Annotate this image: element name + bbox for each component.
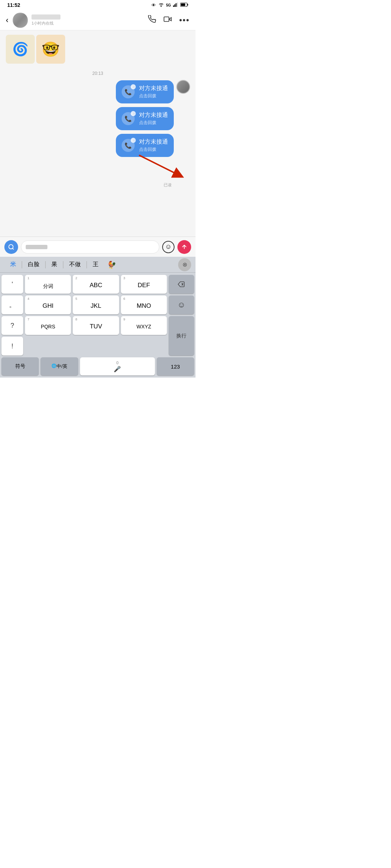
keyboard-grid: 1 分词 2 ABC 3 DEF 4 GHI 5: [25, 275, 167, 356]
contact-name: [31, 14, 60, 20]
svg-rect-3: [177, 3, 178, 7]
key-delete[interactable]: [169, 275, 194, 294]
status-time: 11:52: [7, 2, 20, 8]
sticker-1: 🌀: [6, 35, 35, 64]
svg-point-11: [9, 244, 13, 249]
svg-rect-0: [173, 5, 174, 7]
phone-call-icon[interactable]: [148, 15, 156, 25]
battery-icon: [180, 2, 188, 8]
header-actions: •••: [148, 15, 190, 25]
ime-suggestion-1[interactable]: 白脸: [22, 257, 45, 272]
key-question[interactable]: ?: [1, 316, 23, 335]
missed-call-bubble-1[interactable]: 📞 ✕ 对方未接通 点击回拨: [116, 80, 174, 103]
video-call-icon[interactable]: [163, 15, 172, 25]
ime-suggestion-0[interactable]: 米: [4, 257, 22, 272]
sticker-2: 🤓: [36, 35, 65, 64]
key-exclaim[interactable]: !: [1, 337, 23, 356]
sender-avatar-1: [177, 80, 190, 93]
ime-suggestion-emoji[interactable]: 🐓: [104, 260, 119, 269]
message-timestamp: 20:13: [6, 71, 190, 76]
status-icons: 👁 5G: [151, 2, 188, 8]
message-input[interactable]: [21, 241, 159, 254]
svg-line-10: [139, 155, 179, 175]
key-apostrophe[interactable]: ': [1, 275, 23, 294]
call-icon-2: 📞 ✕: [122, 112, 135, 125]
key-space[interactable]: 0 🎤: [80, 357, 155, 375]
key-emoji[interactable]: ☺: [169, 295, 194, 314]
key-mno[interactable]: 6 MNO: [121, 295, 167, 314]
ime-suggestion-bar: 米 白脸 果 不做 王 🐓 ⊗: [0, 257, 196, 273]
back-button[interactable]: ‹: [6, 16, 8, 25]
ime-suggestion-2[interactable]: 果: [46, 257, 63, 272]
key-def[interactable]: 3 DEF: [121, 275, 167, 294]
keyboard-left-col: ' 。 ? !: [1, 275, 23, 356]
contact-status: 1小时内在线: [31, 21, 60, 26]
key-lang-switch[interactable]: 🌐 中/英: [41, 357, 78, 375]
message-row-2: 📞 ✕ 对方未接通 点击回拨: [6, 107, 190, 130]
chat-header: ‹ 1小时内在线 •••: [0, 10, 196, 30]
emoji-button[interactable]: ☺: [162, 241, 175, 253]
key-enter[interactable]: 换行: [169, 316, 194, 356]
call-icon-1: 📞 ✕: [122, 85, 135, 98]
input-area: ☺: [0, 237, 196, 257]
key-period[interactable]: 。: [1, 295, 23, 314]
svg-line-12: [12, 248, 13, 249]
call-icon-3: 📞 ✕: [122, 139, 135, 152]
key-pqrs[interactable]: 7 PQRS: [25, 316, 71, 335]
more-options-icon[interactable]: •••: [179, 16, 190, 25]
chat-area: 🌀 🤓 20:13 📞 ✕ 对方未接通 点击回拨 📞 ✕ 对方未接通: [0, 30, 196, 237]
key-tuv[interactable]: 8 TUV: [73, 316, 119, 335]
message-row-1: 📞 ✕ 对方未接通 点击回拨: [6, 80, 190, 103]
key-123[interactable]: 123: [157, 357, 194, 375]
keyboard-main: ' 。 ? ! 1 分词 2 ABC 3 DEF: [1, 275, 194, 356]
wifi-icon: [158, 2, 164, 8]
keyboard: ' 。 ? ! 1 分词 2 ABC 3 DEF: [0, 273, 196, 378]
ime-suggestion-3[interactable]: 不做: [63, 257, 87, 272]
svg-rect-5: [188, 4, 188, 6]
send-button[interactable]: [177, 240, 191, 254]
eye-icon: 👁: [151, 3, 156, 8]
emoji-face-icon: ☺: [165, 243, 172, 251]
contact-name-area: 1小时内在线: [31, 14, 60, 26]
key-symbol[interactable]: 符号: [1, 357, 39, 375]
keyboard-row-1: 1 分词 2 ABC 3 DEF: [25, 275, 167, 294]
input-content-blur: [26, 245, 47, 249]
missed-call-text-2: 对方未接通 点击回拨: [139, 111, 168, 126]
missed-call-text-3: 对方未接通 点击回拨: [139, 138, 168, 153]
key-abc[interactable]: 2 ABC: [73, 275, 119, 294]
status-bar: 11:52 👁 5G: [0, 0, 196, 10]
search-button[interactable]: [4, 240, 18, 254]
contact-info: 1小时内在线: [13, 13, 144, 28]
missed-call-3-container: 📞 ✕ 对方未接通 点击回拨: [6, 134, 190, 161]
read-receipt-text: 已读: [164, 182, 172, 188]
avatar: [13, 13, 28, 28]
key-fenchen[interactable]: 1 分词: [25, 275, 71, 294]
key-jkl[interactable]: 5 JKL: [73, 295, 119, 314]
read-receipt-row: 已读: [6, 182, 190, 188]
red-arrow-annotation: [132, 152, 190, 180]
ime-suggestion-4[interactable]: 王: [87, 257, 104, 272]
signal-5g-icon: 5G: [166, 3, 171, 7]
svg-rect-1: [175, 4, 176, 7]
keyboard-right-col: ☺ 换行: [169, 275, 194, 356]
svg-marker-7: [169, 17, 171, 21]
signal-bars-icon: [173, 2, 178, 8]
svg-rect-2: [176, 3, 177, 7]
key-zero-label: 0: [116, 361, 118, 365]
keyboard-bottom-row: 符号 🌐 中/英 0 🎤 123: [1, 357, 194, 375]
ime-delete-button[interactable]: ⊗: [178, 258, 191, 271]
missed-call-text-1: 对方未接通 点击回拨: [139, 85, 168, 99]
key-ghi[interactable]: 4 GHI: [25, 295, 71, 314]
missed-call-bubble-2[interactable]: 📞 ✕ 对方未接通 点击回拨: [116, 107, 174, 130]
mic-icon: 🎤: [114, 366, 121, 373]
svg-rect-6: [181, 4, 185, 6]
key-wxyz[interactable]: 9 WXYZ: [121, 316, 167, 335]
keyboard-row-2: 4 GHI 5 JKL 6 MNO: [25, 295, 167, 314]
keyboard-row-3: 7 PQRS 8 TUV 9 WXYZ: [25, 316, 167, 335]
sticker-row: 🌀 🤓: [6, 35, 190, 64]
svg-rect-8: [164, 17, 169, 22]
